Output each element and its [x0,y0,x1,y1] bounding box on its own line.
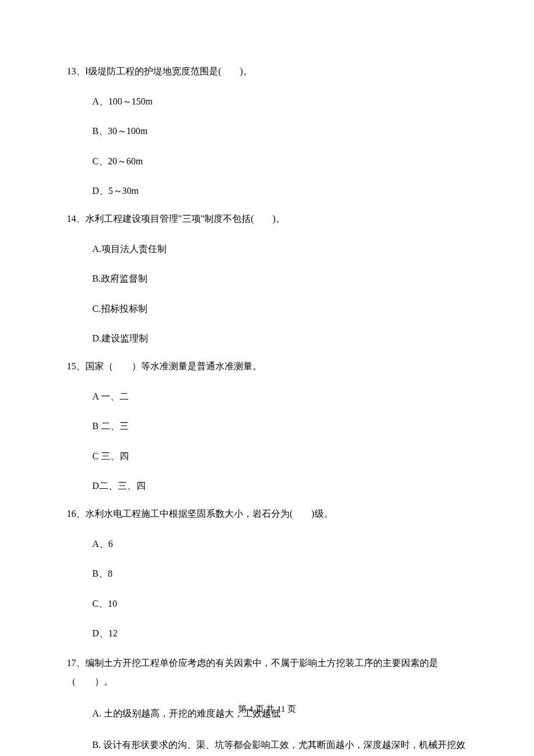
document-content: 13、Ⅰ级堤防工程的护堤地宽度范围是( )。 A、100～150m B、30～1… [67,64,467,756]
option-d: D、12 [92,626,467,641]
question-text: 13、Ⅰ级堤防工程的护堤地宽度范围是( )。 [67,64,467,79]
question-body: Ⅰ级堤防工程的护堤地宽度范围是( )。 [85,66,252,76]
option-b: B. 设计有形状要求的沟、渠、坑等都会影响工效，尤其断面越小，深度越深时，机械开… [92,736,467,756]
options-list: A、100～150m B、30～100m C、20～60m D、5～30m [67,94,467,199]
question-16: 16、水利水电工程施工中根据坚固系数大小，岩石分为( )级。 A、6 B、8 C… [67,506,467,641]
question-body: 水利水电工程施工中根据坚固系数大小，岩石分为( )级。 [85,509,333,519]
option-d: D二、三、四 [92,478,467,494]
option-b: B、8 [92,566,467,581]
page-footer: 第 4 页 共 11 页 [0,703,534,716]
options-list: A、6 B、8 C、10 D、12 [67,537,467,641]
question-body: 编制土方开挖工程单价应考虑的有关因素中，不属于影响土方挖装工序的主要因素的是（ … [67,658,438,686]
options-list: A 一、二 B 二、三 C 三、四 D二、三、四 [67,389,467,494]
option-c: C、20～60m [92,154,467,169]
option-b: B 二、三 [92,419,467,434]
question-text: 14、水利工程建设项目管理"三项"制度不包括( )。 [67,211,467,226]
question-number: 14、 [67,214,85,224]
question-body: 水利工程建设项目管理"三项"制度不包括( )。 [85,214,285,224]
option-c: C 三、四 [92,449,467,464]
option-c: C.招标投标制 [92,301,467,316]
question-15: 15、国家（ ）等水准测量是普通水准测量。 A 一、二 B 二、三 C 三、四 … [67,359,467,494]
option-a: A、100～150m [92,94,467,109]
question-text: 16、水利水电工程施工中根据坚固系数大小，岩石分为( )级。 [67,506,467,521]
question-number: 15、 [67,361,85,371]
option-b: B、30～100m [92,124,467,139]
question-number: 13、 [67,66,85,76]
option-c: C、10 [92,596,467,611]
question-text: 17、编制土方开挖工程单价应考虑的有关因素中，不属于影响土方挖装工序的主要因素的… [67,654,467,691]
question-number: 17、 [67,658,85,668]
option-a: A、6 [92,537,467,552]
option-a: A.项目法人责任制 [92,242,467,257]
question-text: 15、国家（ ）等水准测量是普通水准测量。 [67,359,467,374]
question-number: 16、 [67,509,85,519]
option-d: D、5～30m [92,183,467,199]
question-14: 14、水利工程建设项目管理"三项"制度不包括( )。 A.项目法人责任制 B.政… [67,211,467,346]
question-13: 13、Ⅰ级堤防工程的护堤地宽度范围是( )。 A、100～150m B、30～1… [67,64,467,199]
options-list: A.项目法人责任制 B.政府监督制 C.招标投标制 D.建设监理制 [67,242,467,346]
option-d: D.建设监理制 [92,331,467,346]
option-b: B.政府监督制 [92,271,467,286]
question-body: 国家（ ）等水准测量是普通水准测量。 [85,361,262,371]
option-a: A 一、二 [92,389,467,404]
